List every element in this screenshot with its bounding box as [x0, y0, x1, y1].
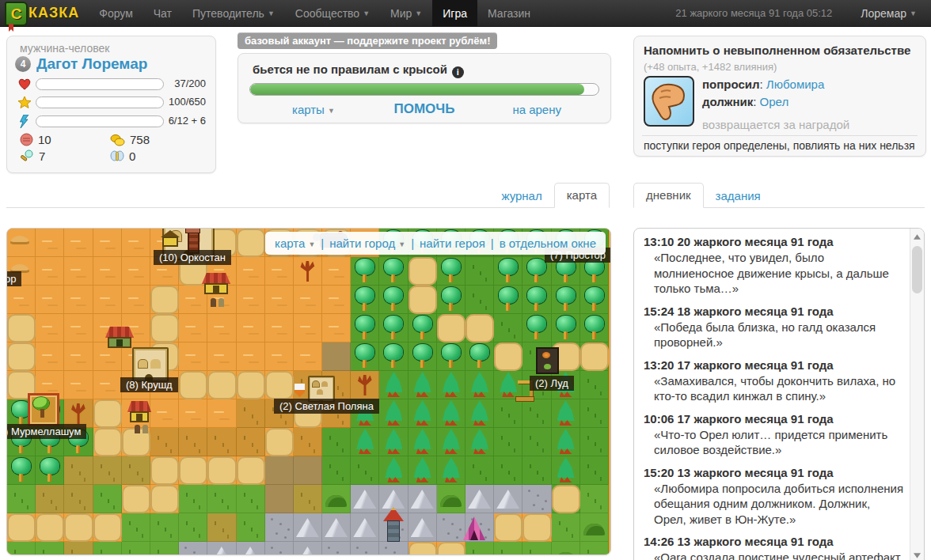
help-button[interactable]: ПОМОЧЬ	[394, 101, 455, 116]
map-tile	[294, 342, 322, 371]
scroll-thumb[interactable]	[912, 246, 922, 293]
map-tile	[64, 542, 93, 555]
map-tile	[179, 485, 207, 513]
fist-icon	[20, 133, 33, 146]
map-tile	[379, 399, 408, 428]
user-menu[interactable]: Лоремар▼	[853, 0, 931, 26]
asker-link[interactable]: Любомира	[766, 78, 824, 91]
obligation-reward: (+48 опыта, +1482 влияния)	[644, 61, 777, 73]
map-town-label[interactable]: (2) Луд	[530, 376, 574, 391]
map-toolbar-link[interactable]: найти город	[329, 236, 395, 250]
map-tile	[379, 257, 408, 286]
map-tile	[265, 542, 294, 555]
arena-link[interactable]: на арену	[512, 103, 561, 116]
top-nav: С казка Форум Чат Путеводитель▼ Сообщест…	[0, 0, 931, 27]
nav-item-chat[interactable]: Чат	[143, 0, 182, 26]
map-tile	[237, 286, 265, 314]
map-town-label[interactable]: (10) Оркостан	[154, 250, 231, 265]
chevron-down-icon: ▼	[363, 9, 370, 17]
map-tile	[36, 542, 64, 555]
scroll-up-icon[interactable]	[914, 233, 921, 240]
map-tile	[351, 314, 379, 342]
map-tile	[179, 542, 207, 555]
account-badge[interactable]: базовый аккаунт — поддержите проект рубл…	[238, 32, 497, 49]
map-town-label[interactable]: (8) Крушд	[120, 377, 178, 392]
map-tile	[437, 456, 466, 485]
exp-bar-row	[17, 96, 164, 108]
info-icon[interactable]: i	[452, 66, 464, 78]
nav-item-community[interactable]: Сообщество▼	[285, 0, 380, 26]
map-toolbar-link[interactable]: карта	[275, 236, 305, 250]
map-tile	[379, 286, 408, 314]
map-panel[interactable]: карта▼|найти город▼|найти героя|в отдель…	[6, 228, 611, 555]
logo-first-letter: С	[11, 6, 22, 23]
map-tile	[237, 399, 265, 428]
nav-item-world[interactable]: Мир▼	[380, 0, 432, 26]
map-tile	[36, 456, 64, 485]
map-tile	[237, 229, 265, 257]
map-tile	[207, 513, 236, 542]
map-tile	[408, 257, 437, 286]
debtor-link[interactable]: Орел	[760, 95, 789, 108]
action-panel: бьется не по правилам с крысойi карты▼ П…	[238, 53, 611, 123]
tab-map[interactable]: карта	[554, 183, 610, 208]
map-tile	[494, 314, 522, 342]
map-tile	[466, 286, 494, 314]
green-house[interactable]	[105, 327, 134, 349]
map-tile	[207, 542, 236, 555]
tab-journal[interactable]: журнал	[489, 184, 553, 208]
map-tile	[466, 399, 494, 428]
map-tile	[7, 485, 36, 513]
wand-icon	[20, 149, 34, 163]
nav-item-game[interactable]: Игра	[432, 0, 477, 26]
diary-panel: 13:10 20 жаркого месяца 91 года«Последне…	[633, 228, 925, 560]
map-tile	[237, 513, 265, 542]
map-town-label[interactable]: (2) Светлая Поляна	[274, 399, 379, 414]
action-progress-fill	[250, 84, 584, 95]
map-tile	[179, 399, 207, 428]
fly-icon	[110, 149, 124, 163]
red-house[interactable]	[127, 401, 151, 422]
tower[interactable]	[386, 507, 401, 542]
map-tile	[294, 485, 322, 513]
map-toolbar-link[interactable]: найти героя	[420, 236, 485, 250]
map-tile	[522, 542, 551, 555]
market-rug[interactable]	[536, 347, 559, 374]
map-town-label[interactable]: ор	[6, 271, 21, 286]
map-tile	[437, 513, 466, 542]
separator: |	[411, 236, 414, 250]
health-value: 100/650	[169, 96, 206, 108]
map-tile	[580, 314, 609, 342]
map-tile	[408, 286, 437, 314]
villagers[interactable]	[210, 298, 226, 308]
tab-tasks[interactable]: задания	[704, 184, 773, 208]
yellow-house[interactable]	[161, 230, 180, 248]
trading-post[interactable]	[202, 273, 230, 295]
map-tile	[552, 314, 580, 342]
map-toolbar-link[interactable]: в отдельном окне	[500, 236, 596, 250]
map-town-label[interactable]: ) Мурмеллашум	[6, 424, 86, 439]
town-murmellashum[interactable]	[28, 393, 59, 426]
map-tile	[294, 456, 322, 485]
character-name[interactable]: Дагот Лоремар	[36, 55, 147, 73]
diary-entry: 13:20 17 жаркого месяца 91 года«Замахива…	[644, 358, 906, 404]
map-tile	[466, 542, 494, 555]
map-tile	[552, 428, 580, 456]
map-tile	[150, 399, 179, 428]
nav-item-shop[interactable]: Магазин	[477, 0, 541, 26]
map-tile	[207, 456, 236, 485]
scrollbar[interactable]	[910, 229, 924, 560]
map-tile	[93, 257, 122, 286]
nav-item-forum[interactable]: Форум	[89, 0, 143, 26]
scroll-down-icon[interactable]	[914, 552, 921, 559]
debtor-label: должник	[702, 95, 753, 108]
map-tile	[580, 342, 609, 371]
map-tile	[36, 342, 64, 371]
chevron-down-icon: ▼	[268, 9, 275, 17]
nav-item-guide[interactable]: Путеводитель▼	[182, 0, 285, 26]
map-tile	[179, 371, 207, 399]
logo[interactable]: С казка	[0, 0, 89, 26]
villagers[interactable]	[134, 425, 150, 434]
map-tile	[265, 428, 294, 456]
tab-diary[interactable]: дневник	[633, 183, 704, 208]
